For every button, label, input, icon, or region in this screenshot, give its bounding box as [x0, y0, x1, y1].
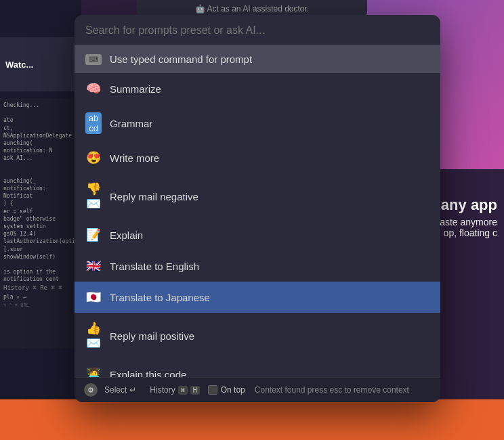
use-typed-command-label: Use typed command for prompt	[110, 53, 429, 65]
summarize-icon: 🧠	[85, 81, 102, 96]
history-kbd1: ⌘	[178, 386, 188, 395]
translate-japanese-label: Translate to Japanese	[110, 292, 429, 303]
history-label: History	[150, 385, 175, 395]
select-label: Select	[104, 385, 127, 395]
on-top-checkbox[interactable]	[208, 385, 217, 395]
context-message: Context found press esc to remove contex…	[255, 385, 409, 395]
explain-code-label: Explain this code	[110, 369, 429, 378]
history-item: History ⌘ H	[150, 385, 199, 395]
gear-icon[interactable]: ⚙	[84, 383, 98, 397]
translate-japanese-icon: 🇯🇵	[85, 290, 102, 305]
grammar-label: Grammar	[110, 118, 429, 129]
code-text: Checking... ate ct, NSApplicationDelegat…	[3, 102, 78, 291]
dropdown-panel: ⌨Use typed command for prompt🧠Summarizea…	[75, 15, 440, 402]
explain-code-icon: 🧑‍💻	[85, 367, 102, 377]
menu-item-reply-mail-negative[interactable]: 👎✉️Reply mail negative	[75, 173, 440, 219]
menu-item-explain-code[interactable]: 🧑‍💻Explain this code	[75, 359, 440, 377]
bg-orange-bar	[0, 399, 504, 440]
on-top-label: On top	[221, 385, 245, 395]
menu-list: ⌨Use typed command for prompt🧠Summarizea…	[75, 45, 440, 377]
write-more-label: Write more	[110, 152, 429, 164]
bg-right-line2: aste anymore	[440, 217, 497, 227]
select-item: Select ↵	[104, 385, 136, 395]
bg-history-panel: History ⌘ Re ⌘ ⌘ pla ↕ ↵ ⌥ ⌃ ⌘ URL	[0, 281, 78, 349]
select-icon: ↵	[129, 385, 136, 395]
on-top-toggle[interactable]: On top	[208, 385, 245, 395]
bg-code-panel: Checking... ate ct, NSApplicationDelegat…	[0, 98, 81, 308]
menu-item-write-more[interactable]: 😍Write more	[75, 142, 440, 173]
bg-right-line1: any app	[440, 196, 497, 214]
explain-label: Explain	[110, 229, 429, 241]
bg-right-text: any app aste anymore op, floating c	[440, 196, 497, 238]
explain-icon: 📝	[85, 227, 102, 242]
watch-label: Watc...	[5, 60, 33, 70]
translate-english-icon: 🇬🇧	[85, 259, 102, 273]
write-more-icon: 😍	[85, 150, 102, 165]
menu-item-summarize[interactable]: 🧠Summarize	[75, 73, 440, 104]
menu-item-use-typed-command[interactable]: ⌨Use typed command for prompt	[75, 45, 440, 73]
footer-bar: ⚙ Select ↵ History ⌘ H On top Context fo…	[75, 377, 440, 402]
reply-mail-negative-label: Reply mail negative	[110, 191, 429, 202]
ai-doctor-label: 🤖 Act as an AI assisted doctor.	[195, 4, 309, 14]
menu-item-reply-mail-positive[interactable]: 👍✉️Reply mail positive	[75, 313, 440, 359]
bg-watch-panel: Watc...	[0, 37, 78, 91]
search-input[interactable]	[85, 24, 429, 37]
search-box[interactable]	[75, 15, 440, 45]
menu-item-translate-english[interactable]: 🇬🇧Translate to English	[75, 250, 440, 282]
menu-item-explain[interactable]: 📝Explain	[75, 219, 440, 250]
menu-item-translate-japanese[interactable]: 🇯🇵Translate to Japanese	[75, 282, 440, 313]
reply-mail-positive-label: Reply mail positive	[110, 330, 429, 342]
thumb-up-mail-icon: 👍✉️	[85, 321, 102, 351]
history-kbd2: H	[190, 386, 200, 395]
summarize-label: Summarize	[110, 83, 429, 95]
thumb-down-mail-icon: 👎✉️	[85, 181, 102, 211]
bg-right-line3: op, floating c	[440, 227, 497, 238]
grammar-icon: abcd	[85, 112, 102, 134]
menu-item-grammar[interactable]: abcdGrammar	[75, 104, 440, 142]
translate-english-label: Translate to English	[110, 261, 429, 272]
keyboard-icon: ⌨	[85, 54, 102, 65]
